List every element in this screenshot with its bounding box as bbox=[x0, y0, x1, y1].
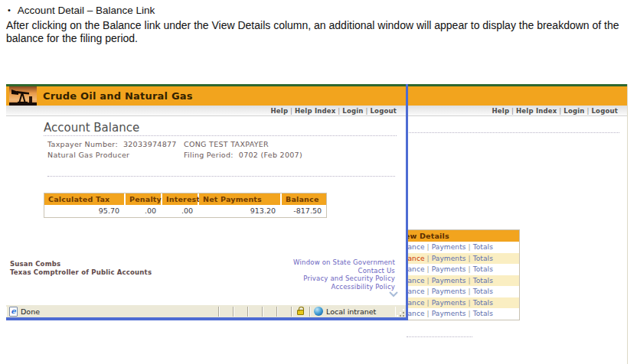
taxpayer-number: Taxpayer Number:32033974877 bbox=[47, 140, 177, 148]
payments-link[interactable]: Payments bbox=[432, 299, 473, 307]
back-nav-help-index[interactable]: Help Index bbox=[516, 107, 564, 115]
back-nav-login[interactable]: Login bbox=[564, 107, 591, 115]
slide-body-text: After clicking on the Balance link under… bbox=[6, 19, 637, 45]
status-panel bbox=[233, 307, 247, 317]
view-details-table: View Details BalancePaymentsTotals Balan… bbox=[392, 229, 520, 320]
totals-link[interactable]: Totals bbox=[473, 288, 493, 295]
col-balance: Balance bbox=[282, 193, 326, 205]
link-contact-us[interactable]: Contact Us bbox=[293, 267, 395, 275]
nav-help[interactable]: Help bbox=[270, 107, 295, 115]
padlock-icon bbox=[297, 310, 304, 315]
status-panel bbox=[262, 307, 276, 317]
pumpjack-logo-icon bbox=[9, 86, 37, 106]
filing-period-value: 0702 (Feb 2007) bbox=[239, 151, 302, 159]
background-browser-window: HelpHelp IndexLoginLogout View Details B… bbox=[387, 84, 628, 364]
totals-link[interactable]: Totals bbox=[473, 255, 493, 262]
divider-dotted bbox=[47, 176, 395, 177]
taxpayer-number-value: 32033974877 bbox=[123, 140, 177, 148]
table-row: BalancePaymentsTotals bbox=[393, 253, 519, 265]
payments-link[interactable]: Payments bbox=[432, 277, 473, 284]
payments-link[interactable]: Payments bbox=[432, 255, 473, 262]
page-title: Account Balance bbox=[44, 121, 139, 135]
status-panel bbox=[276, 307, 291, 317]
calculated-tax-value: 95.70 bbox=[44, 205, 124, 217]
official-name: Susan Combs bbox=[10, 260, 152, 268]
chevron-down-icon[interactable] bbox=[387, 291, 400, 297]
nav-help-index[interactable]: Help Index bbox=[295, 107, 342, 115]
payments-link[interactable]: Payments bbox=[432, 243, 473, 251]
col-interest: Interest bbox=[162, 193, 198, 205]
filing-period: Filing Period:0702 (Feb 2007) bbox=[184, 151, 302, 159]
totals-link[interactable]: Totals bbox=[473, 265, 493, 273]
link-window-on-state-government[interactable]: Window on State Government bbox=[293, 258, 395, 267]
payments-link[interactable]: Payments bbox=[432, 310, 473, 317]
totals-link[interactable]: Totals bbox=[473, 277, 493, 284]
balance-value: -817.50 bbox=[282, 205, 326, 217]
nav-logout[interactable]: Logout bbox=[371, 107, 397, 115]
slide-title-text: Account Detail – Balance Link bbox=[18, 5, 155, 16]
balance-table-header: Calculated Tax Penalty Interest Net Paym… bbox=[44, 193, 326, 205]
table-row: BalancePaymentsTotals bbox=[393, 286, 519, 297]
taxpayer-name: CONG TEST TAXPAYER bbox=[184, 140, 269, 148]
link-privacy-security-policy[interactable]: Privacy and Security Policy bbox=[293, 275, 395, 283]
back-nav-logout[interactable]: Logout bbox=[592, 107, 619, 115]
official-title: Texas Comptroller of Public Accounts bbox=[10, 268, 152, 277]
back-banner bbox=[387, 86, 627, 106]
totals-link[interactable]: Totals bbox=[473, 310, 493, 317]
balance-table-values: 95.70 .00 .00 913.20 -817.50 bbox=[44, 205, 326, 217]
net-payments-value: 913.20 bbox=[199, 205, 280, 217]
totals-link[interactable]: Totals bbox=[473, 243, 493, 251]
nav-login[interactable]: Login bbox=[342, 107, 370, 115]
bullet-icon: • bbox=[8, 5, 11, 15]
link-accessibility-policy[interactable]: Accessibility Policy bbox=[293, 283, 395, 291]
table-row: BalancePaymentsTotals bbox=[393, 264, 519, 275]
zone-panel: Local intranet bbox=[309, 307, 395, 317]
resize-grip[interactable] bbox=[395, 307, 406, 317]
view-details-rows: BalancePaymentsTotals BalancePaymentsTot… bbox=[393, 242, 519, 320]
table-row: BalancePaymentsTotals bbox=[393, 242, 519, 253]
taxpayer-type: Natural Gas Producer bbox=[47, 151, 129, 159]
globe-icon bbox=[314, 307, 323, 316]
view-details-header: View Details bbox=[393, 230, 519, 242]
divider-dotted bbox=[399, 132, 619, 133]
taxpayer-number-label: Taxpayer Number: bbox=[47, 140, 118, 148]
filing-period-label: Filing Period: bbox=[184, 151, 234, 159]
status-bar: Done Local intranet bbox=[6, 304, 406, 317]
status-panel bbox=[247, 307, 262, 317]
payments-link[interactable]: Payments bbox=[432, 265, 473, 273]
penalty-value: .00 bbox=[126, 205, 161, 217]
table-row: BalancePaymentsTotals bbox=[393, 275, 519, 287]
page-content: Account Balance Taxpayer Number:32033974… bbox=[6, 116, 406, 304]
back-nav-bar: HelpHelp IndexLoginLogout bbox=[387, 106, 627, 116]
payments-link[interactable]: Payments bbox=[432, 288, 473, 295]
status-panel bbox=[218, 307, 233, 317]
back-nav-help[interactable]: Help bbox=[492, 107, 516, 115]
table-row: BalancePaymentsTotals bbox=[393, 308, 519, 320]
account-balance-window: Crude Oil and Natural Gas HelpHelp Index… bbox=[6, 84, 408, 320]
divider-dotted bbox=[44, 135, 397, 136]
divider-dotted bbox=[407, 336, 472, 337]
comptroller-signature: Susan Combs Texas Comptroller of Public … bbox=[10, 260, 152, 277]
security-panel bbox=[291, 307, 309, 317]
interest-value: .00 bbox=[162, 205, 198, 217]
status-done-panel: Done bbox=[6, 307, 218, 317]
col-calculated-tax: Calculated Tax bbox=[44, 193, 124, 205]
ie-page-icon bbox=[9, 307, 18, 317]
front-nav-bar: HelpHelp IndexLoginLogout bbox=[6, 106, 406, 116]
footer-links: Window on State Government Contact Us Pr… bbox=[293, 258, 395, 291]
slide-bullet-title: •Account Detail – Balance Link bbox=[8, 5, 637, 16]
col-penalty: Penalty bbox=[126, 193, 161, 205]
col-net-payments: Net Payments bbox=[199, 193, 280, 205]
balance-table: Calculated Tax Penalty Interest Net Paym… bbox=[44, 193, 327, 218]
app-title: Crude Oil and Natural Gas bbox=[43, 90, 193, 102]
table-row: BalancePaymentsTotals bbox=[393, 297, 519, 309]
totals-link[interactable]: Totals bbox=[473, 299, 493, 307]
front-banner: Crude Oil and Natural Gas bbox=[6, 86, 406, 106]
zone-text: Local intranet bbox=[326, 307, 376, 316]
status-text: Done bbox=[21, 307, 40, 316]
slide-caption: •Account Detail – Balance Link After cli… bbox=[6, 5, 637, 45]
